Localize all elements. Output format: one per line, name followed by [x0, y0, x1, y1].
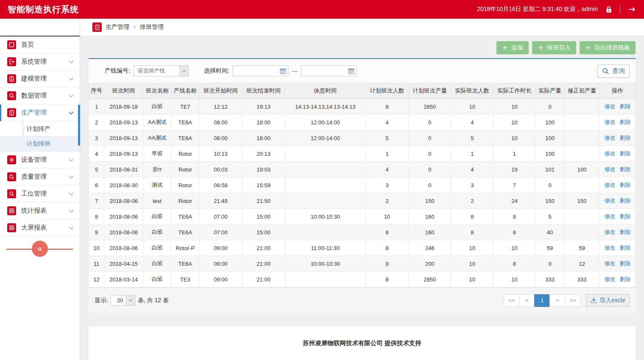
- sidebar-item-quality[interactable]: 质量管理: [0, 169, 80, 186]
- table-cell: 1: [89, 99, 104, 115]
- table-cell: 4: [89, 146, 104, 162]
- table-cell: 100: [535, 130, 564, 146]
- calendar-icon: [280, 68, 286, 74]
- table-cell: 160: [409, 225, 451, 240]
- delete-link[interactable]: 删除: [619, 260, 630, 267]
- table-cell: 10:00-10:30: [285, 209, 365, 225]
- edit-link[interactable]: 修改: [604, 150, 615, 157]
- table-cell: 08:00: [199, 115, 242, 130]
- delete-link[interactable]: 删除: [619, 229, 630, 235]
- delete-link[interactable]: 删除: [619, 103, 630, 110]
- search-icon: [7, 172, 16, 181]
- sidebar-item-stats-report[interactable]: 统计报表: [0, 202, 80, 219]
- table-cell: 10: [493, 272, 535, 287]
- table-actions-cell: 修改删除: [599, 162, 635, 177]
- shift-table: 序号班次时间班次名称产线名称班次开始时间班次结束时间休息时间计划班次人数计划班次…: [89, 83, 636, 287]
- line-select[interactable]: 请选择产线: [134, 65, 189, 76]
- sidebar-item-label: 生产管理: [21, 109, 64, 117]
- prev-page-button[interactable]: <: [519, 294, 535, 307]
- table-cell: 4: [365, 115, 408, 130]
- column-header: 班次时间: [104, 83, 143, 99]
- page-size-value: 20: [111, 297, 123, 304]
- table-cell: Rotor: [171, 177, 199, 193]
- sidebar-subitem-label: 计划排班: [27, 140, 50, 148]
- start-date-input[interactable]: [233, 65, 288, 76]
- table-cell: 2018-08-06: [104, 193, 143, 209]
- page-size-select[interactable]: 20: [111, 295, 135, 306]
- table-cell: 8: [89, 209, 104, 225]
- edit-link[interactable]: 修改: [604, 260, 615, 267]
- delete-link[interactable]: 删除: [619, 213, 630, 219]
- sidebar-item-equipment[interactable]: 设备管理: [0, 152, 80, 169]
- import-excel-button[interactable]: 导入excle: [586, 294, 630, 307]
- delete-link[interactable]: 删除: [619, 276, 630, 282]
- edit-link[interactable]: 修改: [604, 197, 615, 204]
- table-cell: 0: [535, 177, 564, 193]
- edit-link[interactable]: 修改: [604, 245, 615, 251]
- table-cell: 24: [493, 193, 535, 209]
- first-page-button[interactable]: <<: [504, 294, 519, 307]
- sidebar-item-home[interactable]: 首页: [0, 37, 80, 53]
- edit-link[interactable]: 修改: [604, 229, 615, 235]
- edit-link[interactable]: 修改: [604, 119, 615, 125]
- pagination-bar: 显示: 20 条, 共 12 条 << < 1 > >>: [89, 287, 636, 313]
- add-button-label: 添加: [511, 44, 523, 52]
- end-date-input[interactable]: [301, 65, 357, 76]
- delete-link[interactable]: 删除: [619, 197, 630, 204]
- delete-link[interactable]: 删除: [619, 166, 630, 172]
- edit-link[interactable]: 修改: [604, 166, 615, 172]
- chevron-down-icon: [69, 111, 74, 115]
- table-cell: 2018-08-30: [104, 177, 143, 193]
- table-cell: TE7: [171, 99, 199, 115]
- delete-link[interactable]: 删除: [619, 150, 630, 157]
- sidebar-item-data[interactable]: 数据管理: [0, 87, 80, 104]
- export-template-button[interactable]: 导出排班模板: [580, 41, 636, 54]
- breadcrumb-section[interactable]: 生产管理: [106, 23, 129, 31]
- table-cell: 2018-08-06: [104, 225, 143, 240]
- delete-link[interactable]: 删除: [619, 119, 630, 125]
- table-cell: [564, 177, 599, 193]
- edit-link[interactable]: 修改: [604, 135, 615, 141]
- next-page-button[interactable]: >: [549, 294, 565, 307]
- edit-link[interactable]: 修改: [604, 103, 615, 110]
- shift-import-button[interactable]: 排班导入: [532, 41, 576, 54]
- sidebar-item-production[interactable]: 生产管理: [0, 104, 80, 121]
- sidebar-subitem-plan-production[interactable]: 计划排产: [0, 121, 80, 136]
- sidebar-collapse-button[interactable]: «: [32, 241, 48, 257]
- delete-link[interactable]: 删除: [619, 245, 630, 251]
- last-page-button[interactable]: >>: [565, 294, 580, 307]
- sidebar-item-station[interactable]: 工位管理: [0, 186, 80, 202]
- table-cell: [285, 162, 365, 177]
- table-cell: 09:00: [199, 256, 242, 272]
- edit-link[interactable]: 修改: [604, 276, 615, 282]
- edit-link[interactable]: 修改: [604, 213, 615, 219]
- delete-link[interactable]: 删除: [619, 135, 630, 141]
- table-cell: 2018-03-14: [104, 272, 143, 287]
- query-button[interactable]: 查询: [597, 65, 630, 78]
- table-cell: 21:00: [242, 272, 285, 287]
- page-1-button[interactable]: 1: [534, 294, 550, 307]
- sidebar-item-label: 工位管理: [21, 190, 64, 198]
- sidebar-subitem-plan-shift[interactable]: 计划排班: [0, 136, 80, 151]
- sidebar-item-system[interactable]: 系统管理: [0, 53, 80, 70]
- main-panel: 产线编号: 请选择产线 选择时间: —: [89, 58, 636, 313]
- table-cell: 08:00: [199, 130, 242, 146]
- table-cell: AA测试: [143, 115, 171, 130]
- table-cell: 160: [409, 209, 451, 225]
- logout-arrow-icon[interactable]: [627, 5, 636, 14]
- sidebar-collapse-row: «: [0, 236, 80, 261]
- table-cell: 10: [451, 99, 493, 115]
- sidebar-item-label: 首页: [21, 41, 74, 49]
- table-cell: Rotor: [171, 162, 199, 177]
- sidebar-item-bigscreen-report[interactable]: 大屏报表: [0, 219, 80, 236]
- table-cell: 14:13-14:13,14:13-14:13: [285, 99, 365, 115]
- sidebar-item-label: 系统管理: [21, 58, 64, 66]
- edit-link[interactable]: 修改: [604, 182, 615, 188]
- table-cell: 10: [493, 99, 535, 115]
- delete-link[interactable]: 删除: [619, 182, 630, 188]
- sidebar-scrollbar-thumb[interactable]: [78, 105, 80, 146]
- table-cell: 150: [409, 193, 451, 209]
- lock-icon[interactable]: [605, 5, 613, 14]
- sidebar-item-modeling[interactable]: 建模管理: [0, 70, 80, 87]
- add-button[interactable]: 添加: [496, 41, 529, 54]
